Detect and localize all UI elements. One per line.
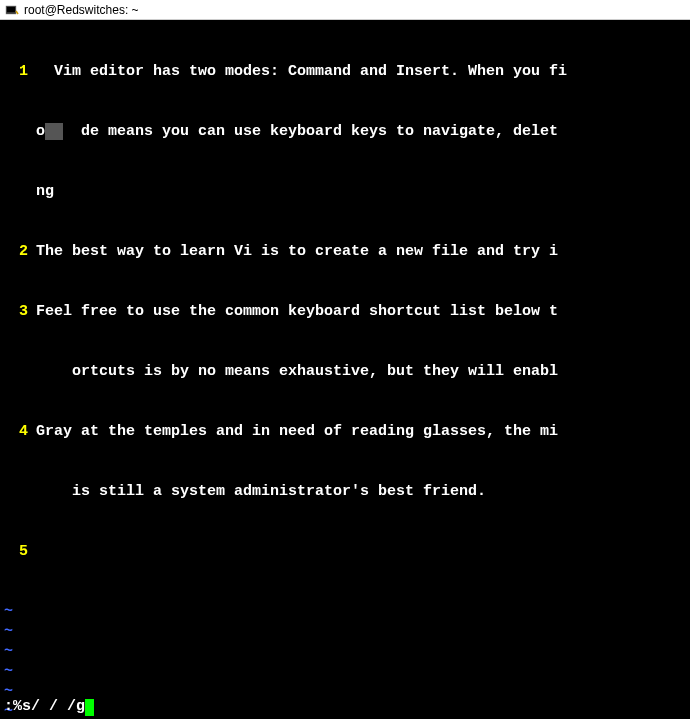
tilde-line: ~	[4, 662, 686, 682]
tilde-line: ~	[4, 622, 686, 642]
svg-line-2	[16, 11, 18, 14]
terminal-area[interactable]: 1 Vim editor has two modes: Command and …	[0, 20, 690, 719]
editor-line: 4 Gray at the temples and in need of rea…	[4, 422, 686, 442]
line-number: 4	[4, 422, 36, 442]
editor-line-wrap: x o de means you can use keyboard keys t…	[4, 122, 686, 142]
wrap-text-suffix: de means you can use keyboard keys to na…	[63, 123, 558, 140]
vim-command-line[interactable]: :%s/ / /g	[4, 697, 94, 717]
tilde-line: ~	[4, 702, 686, 719]
editor-line: 2 The best way to learn Vi is to create …	[4, 242, 686, 262]
line-text: ortcuts is by no means exhaustive, but t…	[36, 362, 558, 382]
line-text: The best way to learn Vi is to create a …	[36, 242, 558, 262]
editor-line: 1 Vim editor has two modes: Command and …	[4, 62, 686, 82]
editor-line: 5	[4, 542, 686, 562]
line-text: Gray at the temples and in need of readi…	[36, 422, 558, 442]
line-number: 5	[4, 542, 36, 562]
vim-editor-content: 1 Vim editor has two modes: Command and …	[4, 22, 686, 719]
putty-icon	[4, 2, 20, 18]
window-title-text: root@Redswitches: ~	[24, 3, 139, 17]
editor-line-wrap: x is still a system administrator's best…	[4, 482, 686, 502]
line-text: ng	[36, 182, 54, 202]
wrap-text-prefix: o	[36, 123, 45, 140]
editor-line-wrap: x ng	[4, 182, 686, 202]
line-text: o de means you can use keyboard keys to …	[36, 122, 558, 142]
line-text: Vim editor has two modes: Command and In…	[36, 62, 567, 82]
svg-rect-1	[7, 7, 15, 12]
line-number: 3	[4, 302, 36, 322]
line-number: 1	[4, 62, 36, 82]
tilde-line: ~	[4, 682, 686, 702]
line-text: Feel free to use the common keyboard sho…	[36, 302, 558, 322]
command-cursor	[85, 699, 94, 716]
tilde-line: ~	[4, 602, 686, 622]
tilde-line: ~	[4, 642, 686, 662]
line-text: is still a system administrator's best f…	[36, 482, 486, 502]
command-text: :%s/ / /g	[4, 697, 85, 717]
tilde-lines: ~~~~~~~~~~~~~~~~~~~~~	[4, 602, 686, 719]
cursor-position	[45, 123, 63, 140]
editor-line: 3 Feel free to use the common keyboard s…	[4, 302, 686, 322]
line-number: 2	[4, 242, 36, 262]
window-title-bar: root@Redswitches: ~	[0, 0, 690, 20]
editor-line-wrap: x ortcuts is by no means exhaustive, but…	[4, 362, 686, 382]
